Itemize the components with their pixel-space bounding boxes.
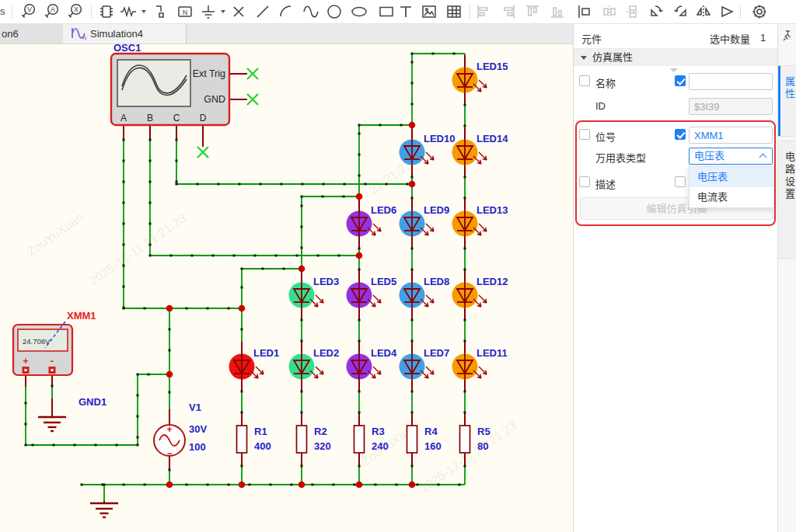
svg-text:V: V — [27, 5, 32, 13]
designator-visible-checkbox[interactable] — [675, 129, 686, 140]
toolbar-no-connect-icon[interactable] — [229, 2, 248, 21]
toolbar-probe-voltage-icon[interactable]: V — [19, 2, 38, 21]
toolbar-line-tool-icon[interactable] — [253, 2, 272, 21]
svg-text:30V: 30V — [189, 423, 207, 435]
toolbar-net-label-icon[interactable]: N — [176, 2, 194, 21]
name-visible-checkbox[interactable] — [675, 75, 686, 86]
tab-simulation4[interactable]: NSimulation4 — [63, 24, 187, 43]
meter-type-label: 万用表类型 — [595, 150, 646, 165]
resistor-R1[interactable]: R1400 — [237, 426, 271, 453]
designator-checkbox[interactable] — [579, 129, 590, 140]
toolbar-rotate-cw-icon[interactable] — [671, 2, 690, 21]
side-tab-properties[interactable]: 属性 — [778, 65, 796, 137]
svg-text:LED9: LED9 — [424, 204, 449, 216]
led-LED10[interactable]: LED10 — [400, 133, 456, 165]
svg-text:+: + — [166, 424, 172, 435]
dropdown-option-ammeter[interactable]: 电流表 — [690, 187, 773, 207]
toolbar-table-tool-icon[interactable] — [445, 2, 463, 21]
ground-2[interactable] — [90, 503, 118, 517]
toolbar-distribute-grid-icon[interactable] — [575, 2, 594, 21]
toolbar-flip-v-icon[interactable] — [717, 2, 736, 21]
toolbar-probe-current-icon[interactable]: A — [43, 2, 61, 21]
toolbar-ground-tool-icon[interactable] — [199, 2, 218, 21]
svg-text:Ext Trig: Ext Trig — [193, 68, 225, 79]
svg-text:LED11: LED11 — [477, 347, 508, 359]
wire-junction — [298, 482, 305, 489]
toolbar-net-port-icon[interactable] — [150, 2, 169, 21]
tab-simulation6[interactable]: on6 — [0, 24, 65, 43]
led-LED8[interactable]: LED8 — [400, 276, 450, 308]
led-LED15[interactable]: LED15 — [452, 61, 508, 93]
side-tab-circuit-settings[interactable]: 电路设置 — [778, 141, 796, 259]
svg-text:LED4: LED4 — [371, 347, 397, 359]
svg-text:C: C — [173, 113, 180, 123]
svg-text:320: 320 — [314, 440, 331, 452]
svg-text:X: X — [74, 5, 79, 13]
resistor-R2[interactable]: R2320 — [297, 426, 331, 453]
toolbar-ic-icon[interactable] — [97, 2, 116, 21]
dropdown-caret-icon[interactable] — [141, 10, 146, 13]
svg-text:R4: R4 — [424, 426, 438, 437]
wire-junction — [409, 181, 416, 188]
toolbar-circle-tool-icon[interactable] — [325, 2, 344, 21]
toolbar-settings-icon[interactable] — [750, 2, 769, 21]
svg-text:LED1: LED1 — [253, 347, 279, 359]
waveform-icon: N — [71, 26, 86, 46]
svg-text:−: − — [166, 448, 172, 459]
led-LED5[interactable]: LED5 — [347, 276, 397, 308]
toolbar-rect-tool-icon[interactable] — [377, 2, 396, 21]
properties-panel: 元件 选中数量 1 仿真属性 名称 ID 位号 万用表类型 电压表 描述 电压表… — [573, 24, 778, 532]
main-toolbar: sVAXN — [0, 0, 796, 24]
toolbar-sine-tool-icon[interactable] — [302, 2, 320, 21]
voltage-source-V1[interactable]: +−V130V100 — [154, 402, 207, 459]
led-LED13[interactable]: LED13 — [452, 204, 508, 237]
meter-type-select[interactable]: 电压表 — [689, 148, 773, 165]
led-LED3[interactable]: LED3 — [289, 276, 340, 308]
toolbar-text-tool-icon[interactable] — [396, 2, 415, 21]
svg-text:LED5: LED5 — [371, 276, 396, 287]
designator-label: 位号 — [595, 129, 616, 144]
led-LED14[interactable]: LED14 — [452, 133, 509, 165]
toolbar-probe-remove-icon[interactable]: X — [66, 2, 85, 21]
led-LED7[interactable]: LED7 — [400, 347, 450, 380]
ground-GND1[interactable] — [38, 417, 66, 431]
multimeter-XMM1[interactable]: 24.708V+-XMM1 — [13, 310, 96, 375]
dropdown-caret-icon[interactable] — [221, 10, 225, 13]
toolbar-flip-h-icon[interactable] — [694, 2, 713, 21]
led-LED2[interactable]: LED2 — [289, 347, 340, 380]
resistor-R3[interactable]: R3240 — [354, 426, 389, 453]
led-LED12[interactable]: LED12 — [452, 276, 508, 308]
toolbar-clip-s-icon[interactable]: s — [0, 2, 19, 21]
no-connect-icon — [197, 147, 208, 158]
svg-text:-: - — [51, 355, 54, 367]
toolbar-ellipse-tool-icon[interactable] — [350, 2, 368, 21]
resistor-R4[interactable]: R4160 — [407, 426, 442, 453]
simulation-properties-section[interactable]: 仿真属性 — [574, 49, 778, 66]
wire-junction — [166, 371, 173, 378]
led-LED1[interactable]: LED1 — [229, 347, 280, 380]
led-LED11[interactable]: LED11 — [452, 347, 508, 380]
led-LED4[interactable]: LED4 — [347, 347, 398, 380]
svg-text:N: N — [183, 9, 188, 16]
wire-junction — [356, 193, 363, 200]
description-checkbox[interactable] — [579, 176, 590, 187]
name-input[interactable] — [689, 73, 773, 90]
led-LED6[interactable]: LED6 — [347, 204, 397, 237]
toolbar-align-bottom-icon — [548, 2, 567, 21]
schematic-canvas[interactable]: ZouYuXuan2025-12-11 21:21:2321:21:23ZouY… — [0, 44, 573, 532]
toolbar-rotate-ccw-icon[interactable] — [648, 2, 666, 21]
toolbar-resistor-icon[interactable] — [120, 2, 138, 21]
svg-text:400: 400 — [254, 440, 271, 452]
name-checkbox[interactable] — [579, 75, 590, 86]
dropdown-option-voltmeter[interactable]: 电压表 — [690, 167, 773, 187]
toolbar-arc-tool-icon[interactable] — [277, 2, 295, 21]
oscilloscope-OSC1[interactable]: ABCDExt TrigGNDOSC1 — [111, 44, 229, 125]
description-visible-checkbox[interactable] — [675, 176, 686, 187]
pin-icon[interactable] — [781, 30, 794, 45]
toolbar-image-tool-icon[interactable] — [420, 2, 438, 21]
designator-input[interactable] — [689, 127, 773, 144]
wire-junction — [409, 122, 416, 129]
toolbar-distribute-h-icon — [600, 2, 619, 21]
description-label: 描述 — [595, 176, 616, 191]
led-LED9[interactable]: LED9 — [400, 204, 450, 237]
